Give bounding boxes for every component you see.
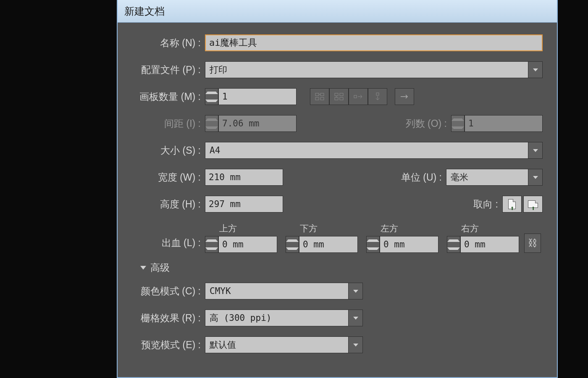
preview-label: 预览模式 (E) : [132, 339, 205, 352]
bleed-right-label: 右方 [461, 223, 519, 234]
grid-by-column-icon[interactable] [329, 88, 349, 105]
svg-rect-1 [320, 93, 324, 96]
bleed-left-stepper[interactable] [366, 236, 380, 253]
profile-select[interactable]: 打印 [205, 61, 543, 78]
bleed-bottom-stepper[interactable] [286, 236, 299, 253]
bleed-left-label: 左方 [381, 223, 438, 234]
color-mode-select[interactable]: CMYK [205, 283, 363, 299]
height-input[interactable]: 297 mm [205, 196, 283, 213]
orientation-landscape-button[interactable]: ⬆ [523, 196, 543, 213]
advanced-toggle[interactable]: 高级 [140, 261, 543, 274]
svg-rect-6 [335, 97, 338, 100]
dialog-title: 新建文档 [124, 5, 165, 18]
raster-select[interactable]: 高 (300 ppi) [205, 310, 363, 326]
spacing-input: 7.06 mm [218, 115, 297, 132]
orientation-portrait-button[interactable]: ⬆ [502, 196, 522, 213]
bleed-bottom-input[interactable]: 0 mm [299, 236, 358, 253]
size-select[interactable]: A4 [205, 142, 543, 159]
raster-label: 栅格效果 (R) : [132, 312, 205, 325]
link-bleed-button[interactable]: ⛓ [524, 234, 541, 253]
svg-rect-7 [340, 97, 343, 100]
svg-rect-2 [315, 97, 319, 100]
bleed-left-input[interactable]: 0 mm [380, 236, 438, 253]
bleed-right-stepper[interactable] [447, 236, 460, 253]
width-input[interactable]: 210 mm [205, 169, 283, 186]
chevron-down-icon [528, 62, 542, 78]
bleed-top-stepper[interactable] [205, 236, 218, 253]
height-label: 高度 (H) : [132, 198, 205, 211]
chevron-down-icon [140, 266, 146, 270]
artboards-stepper[interactable] [205, 88, 218, 105]
chevron-down-icon [348, 310, 362, 326]
grid-by-row-icon[interactable] [310, 88, 329, 105]
spacing-label: 间距 (I) : [132, 117, 205, 130]
svg-rect-0 [315, 93, 319, 96]
width-label: 宽度 (W) : [132, 171, 205, 184]
arrange-down-icon[interactable] [368, 88, 387, 105]
svg-rect-4 [335, 93, 338, 96]
name-label: 名称 (N) : [132, 37, 205, 50]
name-input[interactable]: ai魔棒工具 [205, 34, 543, 51]
units-label: 单位 (U) : [401, 171, 446, 184]
artboards-label: 画板数量 (M) : [132, 90, 205, 103]
units-select[interactable]: 毫米 [446, 169, 543, 186]
chevron-down-icon [348, 283, 362, 299]
chevron-down-icon [348, 337, 362, 353]
link-icon: ⛓ [528, 238, 537, 249]
bleed-right-input[interactable]: 0 mm [460, 236, 519, 253]
bleed-top-label: 上方 [219, 223, 277, 234]
new-document-dialog: 新建文档 名称 (N) : ai魔棒工具 配置文件 (P) : 打印 画板数量 … [117, 0, 558, 378]
svg-rect-9 [376, 93, 379, 95]
svg-rect-8 [354, 95, 357, 98]
artboards-input[interactable]: 1 [218, 88, 297, 105]
columns-label: 列数 (O) : [406, 117, 451, 130]
columns-stepper [451, 115, 465, 132]
svg-rect-5 [340, 93, 343, 96]
svg-rect-3 [320, 97, 324, 100]
orientation-label: 取向 : [473, 198, 502, 211]
size-label: 大小 (S) : [132, 144, 205, 157]
color-mode-label: 颜色模式 (C) : [132, 285, 205, 298]
spacing-stepper [205, 115, 218, 132]
bleed-bottom-label: 下方 [300, 223, 358, 234]
bleed-top-input[interactable]: 0 mm [218, 236, 277, 253]
preview-select[interactable]: 默认值 [205, 336, 363, 353]
bleed-label: 出血 (L) : [132, 236, 205, 253]
chevron-down-icon [528, 142, 542, 158]
profile-label: 配置文件 (P) : [132, 63, 205, 76]
arrange-right-icon[interactable] [349, 88, 368, 105]
dialog-titlebar[interactable]: 新建文档 [118, 0, 557, 23]
chevron-down-icon [528, 169, 542, 185]
arrow-right-icon[interactable] [395, 88, 414, 105]
columns-input: 1 [465, 115, 543, 132]
